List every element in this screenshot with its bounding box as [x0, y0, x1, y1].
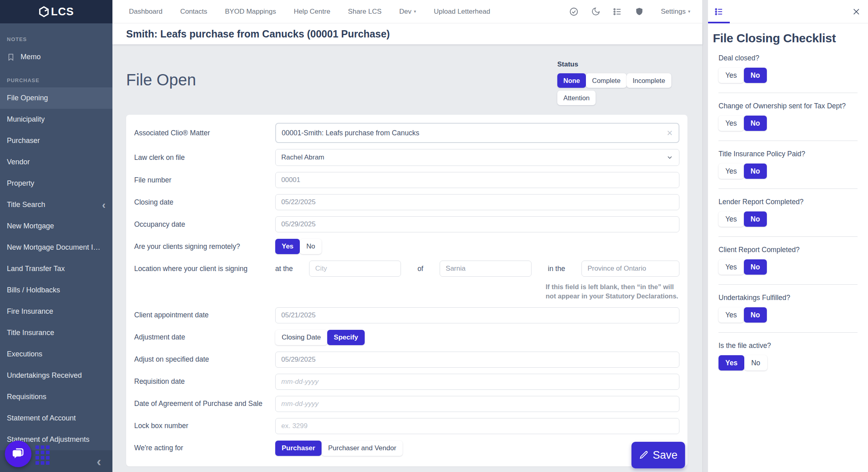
date-of-agreement-of-purchase-and-sale-input[interactable]	[275, 396, 679, 412]
chevron-down-icon	[666, 154, 673, 161]
sidebar-item-land-transfer-tax[interactable]: Land Transfer Tax	[0, 258, 112, 279]
status-option-incomplete[interactable]: Incomplete	[627, 73, 671, 88]
signing-municipality-input[interactable]	[440, 261, 532, 277]
sidebar-item-municipality[interactable]: Municipality	[0, 109, 112, 130]
checklist-answer-group: YesNo	[718, 164, 767, 179]
sidebar-collapse-icon[interactable]: ‹	[97, 457, 101, 465]
save-button-label: Save	[653, 449, 678, 462]
checklist-client-report-completed-yes[interactable]: Yes	[718, 259, 744, 275]
checklist-tab-icon[interactable]	[713, 0, 725, 23]
nav-item-upload-letterhead[interactable]: Upload Letterhead	[434, 8, 490, 16]
sidebar-item-memo[interactable]: Memo	[0, 46, 112, 68]
we-re-acting-for-option-purchaser-and-vendor[interactable]: Purchaser and Vendor	[322, 441, 403, 456]
checklist-undertakings-fulfilled-no[interactable]: No	[744, 307, 767, 323]
nav-item-byod-mappings[interactable]: BYOD Mappings	[225, 8, 276, 16]
sidebar-item-executions[interactable]: Executions	[0, 344, 112, 365]
law-clerk-on-file-select[interactable]: Rachel Abram	[275, 149, 679, 166]
nav-item-help-centre[interactable]: Help Centre	[294, 8, 330, 16]
location-line: at theofin the	[275, 261, 679, 277]
sidebar-item-statement-of-account[interactable]: Statement of Account	[0, 408, 112, 429]
sidebar-item-file-opening[interactable]: File Opening	[0, 87, 112, 109]
vertical-scrollbar[interactable]	[702, 0, 708, 472]
sidebar-item-new-mortgage-document-import[interactable]: New Mortgage Document Import	[0, 237, 112, 258]
client-appointment-date-input[interactable]	[275, 307, 679, 323]
checklist-question: Undertakings Fulfilled?	[718, 294, 858, 302]
checklist-client-report-completed-no[interactable]: No	[744, 259, 767, 275]
we-re-acting-for-option-purchaser[interactable]: Purchaser	[275, 441, 322, 456]
checklist-deal-closed-yes[interactable]: Yes	[718, 68, 744, 83]
sidebar-item-undertakings-received[interactable]: Undertakings Received	[0, 365, 112, 386]
checklist-question: Title Insurance Policy Paid?	[718, 150, 858, 158]
status-option-none[interactable]: None	[557, 73, 586, 88]
sidebar-item-fire-insurance[interactable]: Fire Insurance	[0, 301, 112, 322]
nav-item-share-lcs[interactable]: Share LCS	[348, 8, 382, 16]
file-number-input[interactable]	[275, 172, 679, 188]
checklist-title-insurance-policy-paid-yes[interactable]: Yes	[718, 164, 744, 179]
signing-province-input[interactable]	[581, 261, 679, 277]
signing-city-input[interactable]	[309, 261, 401, 277]
checklist-undertakings-fulfilled-yes[interactable]: Yes	[718, 307, 744, 323]
requisition-date-input[interactable]	[275, 374, 679, 390]
select-value: Rachel Abram	[281, 153, 324, 161]
chat-launcher-button[interactable]	[5, 441, 31, 467]
navbar-right: Settings ▾	[569, 7, 690, 17]
field-label: Adjust on specified date	[134, 355, 275, 364]
are-your-clients-signing-remotely-option-no[interactable]: No	[300, 239, 322, 254]
checklist-title-insurance-policy-paid-no[interactable]: No	[744, 164, 767, 179]
form-row-are-your-clients-signing-remotely: Are your clients signing remotely?YesNo	[134, 238, 679, 255]
nav-item-contacts[interactable]: Contacts	[180, 8, 207, 16]
brand-logo-text: LCS	[51, 6, 74, 18]
brand-logo[interactable]: LCS	[39, 6, 74, 18]
bookmark-icon	[7, 53, 15, 61]
checklist-change-of-ownership-sent-for-tax-dept-yes[interactable]: Yes	[718, 116, 744, 131]
sidebar-item-requisitions[interactable]: Requisitions	[0, 386, 112, 408]
task-check-icon[interactable]	[569, 7, 579, 17]
lock-box-number-input[interactable]	[275, 418, 679, 434]
field-label: Occupancy date	[134, 220, 275, 229]
checklist-change-of-ownership-sent-for-tax-dept-no[interactable]: No	[744, 116, 767, 131]
panel-close-icon[interactable]	[852, 7, 861, 16]
status-option-attention[interactable]: Attention	[557, 91, 596, 105]
sidebar-item-property[interactable]: Property	[0, 173, 112, 194]
clear-field-icon[interactable]: ✕	[667, 128, 673, 138]
adjust-on-specified-date-input[interactable]	[275, 352, 679, 368]
field-label: Law clerk on file	[134, 153, 275, 162]
main-column: DashboardContactsBYOD MappingsHelp Centr…	[112, 0, 702, 472]
sidebar-item-bills-holdbacks[interactable]: Bills / Holdbacks	[0, 279, 112, 301]
field-label: Adjustment date	[134, 333, 275, 342]
status-group: NoneCompleteIncompleteAttention	[557, 73, 691, 105]
closing-date-input[interactable]	[275, 194, 679, 210]
save-button[interactable]: Save	[631, 442, 685, 468]
sidebar-item-new-mortgage[interactable]: New Mortgage	[0, 215, 112, 237]
status-option-complete[interactable]: Complete	[586, 73, 627, 88]
checklist-is-the-file-active-yes[interactable]: Yes	[718, 355, 744, 371]
are-your-clients-signing-remotely-option-yes[interactable]: Yes	[275, 239, 300, 254]
nav-item-dev[interactable]: Dev▾	[399, 8, 416, 16]
sidebar-item-purchaser[interactable]: Purchaser	[0, 130, 112, 151]
status-label: Status	[557, 60, 691, 68]
form-row-requisition-date: Requisition date	[134, 374, 679, 390]
section-heading: File Open	[126, 71, 196, 89]
adjustment-date-option-closing-date[interactable]: Closing Date	[275, 330, 327, 345]
checklist-answer-group: YesNo	[718, 307, 767, 323]
adjustment-date-option-specify[interactable]: Specify	[327, 330, 364, 345]
nav-item-dashboard[interactable]: Dashboard	[129, 8, 162, 16]
checklist-icon[interactable]	[613, 7, 622, 17]
sidebar-item-title-search[interactable]: Title Search‹	[0, 194, 112, 215]
checklist-title: File Closing Checklist	[713, 31, 858, 45]
occupancy-date-input[interactable]	[275, 216, 679, 232]
checklist-is-the-file-active-no[interactable]: No	[744, 355, 767, 371]
widget-grid-icon[interactable]	[35, 445, 50, 465]
sidebar-item-vendor[interactable]: Vendor	[0, 151, 112, 173]
sidebar-nav: NOTESMemoPURCHASEFile OpeningMunicipalit…	[0, 23, 112, 472]
associated-clio-matter-input[interactable]	[275, 123, 679, 143]
checklist-lender-report-completed-yes[interactable]: Yes	[718, 211, 744, 227]
settings-menu[interactable]: Settings ▾	[661, 8, 690, 16]
chat-bubble-icon	[11, 447, 25, 461]
checklist-deal-closed-no[interactable]: No	[744, 68, 767, 83]
caret-down-icon: ▾	[414, 9, 416, 14]
checklist-lender-report-completed-no[interactable]: No	[744, 211, 767, 227]
dark-mode-icon[interactable]	[591, 7, 600, 17]
sidebar-item-title-insurance[interactable]: Title Insurance	[0, 322, 112, 344]
shield-icon[interactable]	[634, 7, 644, 17]
